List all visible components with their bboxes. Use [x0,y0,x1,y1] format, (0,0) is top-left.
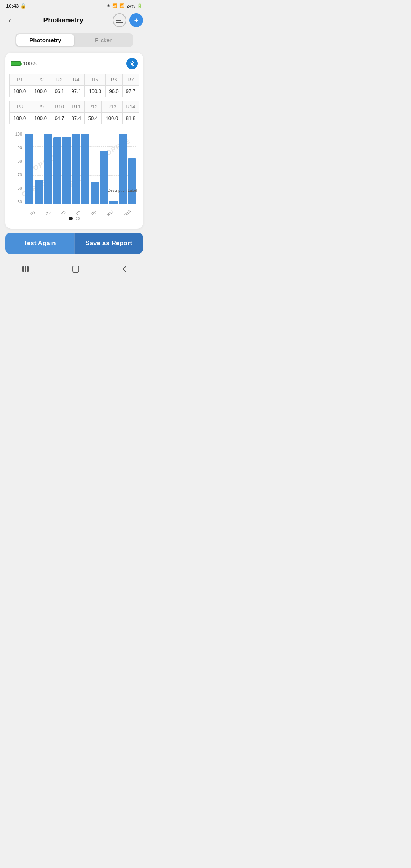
svg-rect-3 [22,266,24,272]
table2-header-r10: R10 [51,101,68,113]
top-bar: ‹ Photometry + [0,10,148,30]
bar-r11-8 [100,151,108,204]
bar-group-8 [100,134,108,204]
svg-rect-0 [116,18,123,18]
bar-r9-4 [62,137,71,204]
svg-rect-6 [73,266,79,272]
battery-row: 100% [9,58,139,69]
table1-header-r6: R6 [105,74,122,86]
battery-icon [11,61,21,66]
bar-r3-1 [35,180,43,204]
page-title: Photometry [43,16,84,24]
bar-group-11 [128,134,136,204]
dot-1 [69,217,73,220]
battery-info: 100% [11,61,37,67]
bar-group-5 [72,134,80,204]
table2-value-r9: 100.0 [30,113,51,124]
table1-header-r7: R7 [122,74,139,86]
page-dots [9,217,139,220]
chart-bars [25,132,136,204]
time-display: 10:43 [6,3,19,9]
bar-r12-9 [109,201,118,204]
wifi-icon: 📶 [112,3,118,8]
table2-value-r8: 100.0 [10,113,30,124]
table1-value-r3: 66.1 [51,86,68,97]
bar-r9-5 [72,134,80,204]
table1-value-r5: 100.0 [84,86,105,97]
add-button[interactable]: + [129,13,143,27]
svg-rect-1 [116,20,121,21]
table2-value-r14: 81.8 [122,113,139,124]
nav-menu-icon[interactable] [15,264,36,276]
nav-back-icon[interactable] [116,264,133,276]
battery-percent: 100% [23,61,37,67]
table2-header-r13: R13 [102,101,123,113]
table1-value-r1: 100.0 [10,86,30,97]
y-label-70: 70 [18,172,22,177]
y-label-80: 80 [18,159,22,163]
table1-header-r2: R2 [30,74,51,86]
table1-header-r5: R5 [84,74,105,86]
bluetooth-icon [126,58,138,69]
table-row1-headers: R1R2R3R4R5R6R7 100.0100.066.197.1100.096… [9,74,139,97]
status-time: 10:43 🔒 [6,3,26,9]
bottom-buttons: Test Again Save as Report [5,233,143,254]
status-bar: 10:43 🔒 ✳ 📶 📶 24% 🔋 [0,0,148,10]
status-icons: ✳ 📶 📶 24% 🔋 [107,3,142,8]
nav-home-icon[interactable] [66,264,86,276]
table2-value-r13: 100.0 [102,113,123,124]
table1-value-r4: 97.1 [68,86,84,97]
bar-group-9 [109,134,118,204]
table2-header-r11: R11 [68,101,84,113]
lock-icon: 🔒 [20,3,26,9]
table2-header-r8: R8 [10,101,30,113]
back-button[interactable]: ‹ [5,14,14,26]
table-row2-headers: R8R9R10R11R12R13R14 100.0100.064.787.450… [9,101,139,124]
bar-group-1 [35,134,43,204]
svg-rect-4 [25,266,26,272]
y-label-100: 100 [15,132,22,136]
description-label: Description Label [108,188,137,193]
table2-header-r9: R9 [30,101,51,113]
bar-group-2 [44,134,52,204]
bar-r11-6 [81,134,89,204]
svg-rect-5 [27,266,29,272]
tab-flicker[interactable]: Flicker [74,34,132,46]
table1-value-r7: 97.7 [122,86,139,97]
table1-header-r4: R4 [68,74,84,86]
bar-r11-7 [91,182,99,204]
table2-value-r11: 87.4 [68,113,84,124]
table1-header-r3: R3 [51,74,68,86]
bar-r13-11 [128,158,136,204]
bar-r5-2 [44,134,52,204]
signal-icon: 📶 [119,3,125,8]
table2-value-r10: 64.7 [51,113,68,124]
table1-value-r2: 100.0 [30,86,51,97]
table2-value-r12: 50.4 [84,113,101,124]
bar-group-3 [53,134,62,204]
menu-button[interactable] [113,13,126,27]
chart-area: OPPLE OPPLE OPPLE OPPLE 100 90 80 70 60 … [9,128,139,215]
table2-header-r12: R12 [84,101,101,113]
bar-group-6 [81,134,89,204]
top-icons: + [113,13,143,27]
test-again-button[interactable]: Test Again [5,233,74,254]
battery-status-icon: 🔋 [137,3,142,8]
tab-photometry[interactable]: Photometry [16,34,74,46]
y-label-60: 60 [18,186,22,190]
battery-status: 24% [127,4,135,8]
chart-y-labels: 100 90 80 70 60 50 [9,132,24,204]
bar-r13-10 [119,134,127,204]
bar-r7-3 [53,137,62,204]
bar-group-4 [62,134,71,204]
nav-bar [0,259,148,279]
table2-header-r14: R14 [122,101,139,113]
y-label-50: 50 [18,199,22,204]
main-card: 100% R1R2R3R4R5R6R7 100.0100.066.197.110… [5,53,143,229]
table1-header-r1: R1 [10,74,30,86]
dot-2 [76,217,80,220]
bar-group-7 [91,134,99,204]
save-report-button[interactable]: Save as Report [74,233,143,254]
bluetooth-status-icon: ✳ [107,3,110,8]
bar-r1-0 [25,134,33,204]
